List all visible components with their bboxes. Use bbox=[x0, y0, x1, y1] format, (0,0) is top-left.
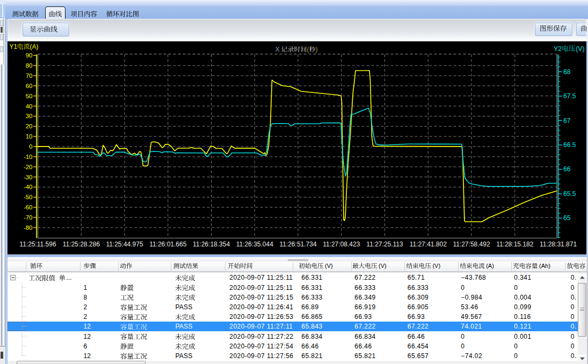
svg-text:66.331: 66.331 bbox=[301, 284, 322, 292]
svg-text:0.341: 0.341 bbox=[514, 274, 531, 281]
svg-text:66.93: 66.93 bbox=[408, 313, 425, 321]
svg-text:66.46: 66.46 bbox=[354, 343, 372, 350]
svg-text:0: 0 bbox=[571, 303, 575, 311]
svg-text:11:27:41.802: 11:27:41.802 bbox=[409, 241, 447, 248]
svg-text:2020-09-07 11:27:54: 2020-09-07 11:27:54 bbox=[229, 343, 293, 350]
svg-text:-10: -10 bbox=[23, 153, 32, 159]
svg-text:6: 6 bbox=[84, 343, 88, 350]
svg-text:66.93: 66.93 bbox=[354, 313, 372, 321]
svg-text:11:26:35.044: 11:26:35.044 bbox=[236, 241, 273, 248]
svg-text:0: 0 bbox=[461, 333, 464, 340]
svg-text:11:28:15.182: 11:28:15.182 bbox=[496, 241, 534, 248]
svg-text:2020-09-07 11:25:11: 2020-09-07 11:25:11 bbox=[229, 284, 293, 292]
svg-text:66.905: 66.905 bbox=[408, 303, 429, 311]
svg-text:66.89: 66.89 bbox=[301, 303, 318, 311]
svg-text:...: ... bbox=[67, 274, 72, 281]
svg-text:): ) bbox=[316, 46, 318, 53]
svg-text:11:27:58.492: 11:27:58.492 bbox=[453, 241, 490, 248]
svg-text:0: 0 bbox=[571, 343, 575, 350]
svg-text:X: X bbox=[275, 46, 280, 53]
svg-text:30: 30 bbox=[25, 113, 32, 119]
svg-text:(V): (V) bbox=[379, 263, 387, 269]
svg-text:0.116: 0.116 bbox=[514, 313, 531, 321]
svg-text:2020-09-07 11:26:53: 2020-09-07 11:26:53 bbox=[229, 313, 293, 321]
svg-text:0: 0 bbox=[461, 284, 464, 292]
svg-text:67.5: 67.5 bbox=[563, 92, 576, 100]
svg-text:PASS: PASS bbox=[176, 352, 193, 360]
svg-text:(V): (V) bbox=[576, 45, 585, 53]
svg-text:(V): (V) bbox=[325, 263, 333, 269]
svg-text:65.71: 65.71 bbox=[408, 274, 425, 281]
svg-text:2020-09-07 11:26:41: 2020-09-07 11:26:41 bbox=[229, 303, 293, 311]
svg-text:74.021: 74.021 bbox=[461, 323, 482, 330]
svg-text:PASS: PASS bbox=[176, 323, 193, 330]
svg-text:66.333: 66.333 bbox=[354, 284, 375, 292]
svg-text:11:25:11.596: 11:25:11.596 bbox=[19, 241, 56, 248]
svg-text:66.331: 66.331 bbox=[301, 274, 322, 281]
svg-text:66: 66 bbox=[563, 165, 571, 173]
svg-text:-20: -20 bbox=[23, 163, 32, 170]
svg-text:65.843: 65.843 bbox=[301, 323, 322, 330]
svg-text:0.004: 0.004 bbox=[514, 294, 531, 301]
svg-text:0: 0 bbox=[29, 143, 32, 150]
svg-text:66.309: 66.309 bbox=[408, 294, 429, 301]
svg-text:20: 20 bbox=[25, 123, 32, 129]
svg-text:67.222: 67.222 bbox=[354, 323, 375, 330]
svg-text:0.099: 0.099 bbox=[514, 303, 531, 311]
svg-text:−74.02: −74.02 bbox=[461, 352, 482, 360]
svg-text:53.46: 53.46 bbox=[461, 303, 478, 311]
svg-text:0: 0 bbox=[571, 284, 575, 292]
svg-text:0.: 0. bbox=[571, 323, 577, 330]
svg-text:70: 70 bbox=[25, 72, 32, 78]
svg-text:2020-09-07 11:27:11: 2020-09-07 11:27:11 bbox=[229, 323, 293, 330]
svg-text:11:26:51.734: 11:26:51.734 bbox=[279, 241, 317, 248]
svg-text:-30: -30 bbox=[23, 173, 32, 180]
svg-text:1: 1 bbox=[84, 284, 88, 292]
svg-text:0: 0 bbox=[514, 352, 518, 360]
svg-text:11:27:25.113: 11:27:25.113 bbox=[366, 241, 403, 248]
svg-text:11:25:28.286: 11:25:28.286 bbox=[62, 241, 100, 248]
svg-text:Y1: Y1 bbox=[10, 43, 18, 50]
svg-text:11:28:31.871: 11:28:31.871 bbox=[539, 241, 577, 248]
svg-text:65: 65 bbox=[563, 214, 571, 222]
svg-text:66.46: 66.46 bbox=[408, 333, 425, 340]
svg-text:66.834: 66.834 bbox=[354, 333, 375, 340]
svg-text:12: 12 bbox=[84, 323, 91, 330]
svg-text:68: 68 bbox=[563, 68, 571, 75]
svg-text:66.333: 66.333 bbox=[408, 284, 429, 292]
svg-text:2: 2 bbox=[84, 303, 88, 311]
svg-text:-70: -70 bbox=[23, 214, 32, 221]
svg-text:(A): (A) bbox=[30, 43, 39, 50]
svg-text:67: 67 bbox=[563, 117, 571, 124]
svg-text:(A): (A) bbox=[486, 263, 494, 269]
svg-text:0.001: 0.001 bbox=[514, 333, 531, 340]
svg-text:0: 0 bbox=[514, 284, 518, 292]
svg-text:0.121: 0.121 bbox=[514, 323, 531, 330]
svg-text:65.657: 65.657 bbox=[408, 352, 429, 360]
svg-text:0.: 0. bbox=[571, 352, 577, 360]
svg-text:11:26:01.665: 11:26:01.665 bbox=[149, 241, 187, 248]
svg-text:(Ah): (Ah) bbox=[539, 263, 550, 269]
svg-text:0: 0 bbox=[571, 333, 575, 340]
svg-text:8: 8 bbox=[84, 294, 88, 301]
svg-text:66.454: 66.454 bbox=[408, 343, 429, 350]
svg-text:2020-09-07 11:27:22: 2020-09-07 11:27:22 bbox=[229, 333, 293, 340]
svg-text:-60: -60 bbox=[23, 204, 32, 210]
svg-text:PASS: PASS bbox=[176, 303, 193, 311]
svg-text:60: 60 bbox=[25, 82, 32, 89]
svg-text:80: 80 bbox=[25, 62, 32, 69]
svg-text:(: ( bbox=[307, 46, 309, 53]
svg-text:40: 40 bbox=[25, 103, 32, 109]
svg-text:66.919: 66.919 bbox=[354, 303, 375, 311]
svg-text:65.821: 65.821 bbox=[354, 352, 375, 360]
svg-text:11:27:08.423: 11:27:08.423 bbox=[323, 241, 360, 248]
svg-text:11:26:18.354: 11:26:18.354 bbox=[192, 241, 230, 248]
svg-text:66.834: 66.834 bbox=[301, 333, 322, 340]
svg-text:66.46: 66.46 bbox=[301, 343, 318, 350]
svg-text:10: 10 bbox=[25, 133, 32, 140]
svg-text:2: 2 bbox=[84, 313, 88, 321]
svg-text:0: 0 bbox=[461, 343, 464, 350]
svg-text:50: 50 bbox=[25, 92, 32, 99]
svg-text:90: 90 bbox=[25, 52, 32, 59]
svg-text:11:25:44.975: 11:25:44.975 bbox=[106, 241, 143, 248]
